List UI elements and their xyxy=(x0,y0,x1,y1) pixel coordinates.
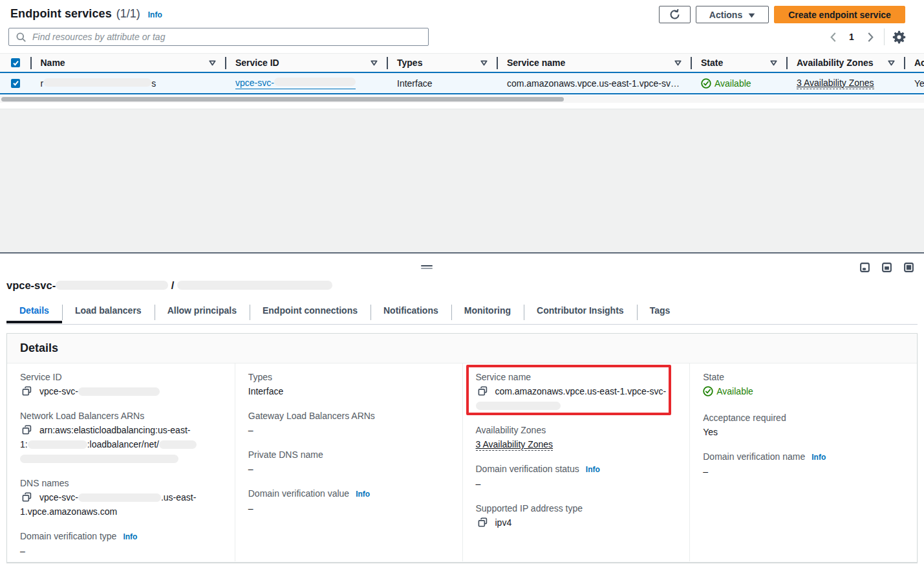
redacted-text xyxy=(78,493,161,502)
redacted-text xyxy=(56,281,168,290)
availability-zones-link[interactable]: 3 Availability Zones xyxy=(476,439,553,451)
state-label: Available xyxy=(716,384,753,398)
info-link[interactable]: Info xyxy=(356,487,370,501)
redacted-text xyxy=(159,440,197,449)
actions-button[interactable]: Actions xyxy=(696,6,769,23)
horizontal-scrollbar-thumb[interactable] xyxy=(1,97,564,102)
sort-icon[interactable] xyxy=(674,60,682,66)
content-background xyxy=(0,109,924,252)
current-page[interactable]: 1 xyxy=(841,32,862,42)
redacted-text xyxy=(43,78,151,87)
split-panel-drag-handle-icon[interactable] xyxy=(421,265,433,270)
tab-details[interactable]: Details xyxy=(6,300,62,324)
tab-load-balancers[interactable]: Load balancers xyxy=(62,300,155,324)
create-endpoint-service-button[interactable]: Create endpoint service xyxy=(774,6,905,23)
search-filter[interactable] xyxy=(8,28,429,46)
tab-contributor-insights[interactable]: Contributor Insights xyxy=(524,300,637,324)
column-header-name[interactable]: Name xyxy=(32,54,227,72)
availability-zones-link[interactable]: 3 Availability Zones xyxy=(797,78,874,89)
refresh-icon xyxy=(669,9,680,20)
value-text: 1: xyxy=(20,439,28,449)
previous-page-button[interactable] xyxy=(824,28,841,45)
tab-notifications[interactable]: Notifications xyxy=(371,300,451,324)
redacted-text xyxy=(177,281,332,290)
field-label: Types xyxy=(248,370,272,384)
detail-tabs: DetailsLoad balancersAllow principalsEnd… xyxy=(6,300,918,325)
tab-endpoint-connections[interactable]: Endpoint connections xyxy=(250,300,371,324)
sort-icon[interactable] xyxy=(209,60,216,66)
resource-counter: (1/1) xyxy=(116,7,140,21)
search-input[interactable] xyxy=(32,32,428,42)
details-column-2: TypesInterfaceGateway Load Balancers ARN… xyxy=(235,363,462,561)
field-label: Domain verification status xyxy=(476,462,579,476)
cell-name: r s xyxy=(32,73,227,93)
panel-title-separator: / xyxy=(171,279,175,291)
info-link[interactable]: Info xyxy=(811,450,826,464)
field-label: Service ID xyxy=(20,370,62,384)
value-text: Interface xyxy=(248,386,283,396)
field-label: Acceptance required xyxy=(703,411,786,425)
field-private-dns-name: Private DNS name– xyxy=(248,448,451,476)
next-page-button[interactable] xyxy=(862,28,879,45)
split-panel-title: vpce-svc- / xyxy=(6,279,332,292)
column-label: Types xyxy=(397,58,422,68)
preferences-gear-button[interactable] xyxy=(887,28,910,45)
sort-icon[interactable] xyxy=(888,60,895,66)
column-header-service-name[interactable]: Service name xyxy=(498,54,692,72)
field-domain-verification-value: Domain verification valueInfo– xyxy=(248,486,451,515)
copy-icon[interactable] xyxy=(22,386,32,396)
sort-icon[interactable] xyxy=(480,60,488,66)
table-header-row: Name Service ID Types xyxy=(0,53,924,72)
column-header-availability-zones[interactable]: Availability Zones xyxy=(788,54,905,72)
tab-tags[interactable]: Tags xyxy=(637,300,683,324)
copy-icon[interactable] xyxy=(22,425,32,435)
toolbar-divider xyxy=(884,28,885,45)
panel-size-half-icon[interactable] xyxy=(882,263,892,272)
field-label: Availability Zones xyxy=(476,423,546,437)
endpoint-service-row[interactable]: r s vpce-svc- Interface com.amazonaws.vp… xyxy=(0,72,924,94)
field-state: StateAvailable xyxy=(703,370,905,400)
copy-icon[interactable] xyxy=(478,386,488,396)
search-icon xyxy=(16,32,26,42)
tab-allow-principals[interactable]: Allow principals xyxy=(155,300,250,324)
field-supported-ip-address-type: Supported IP address typeipv4 xyxy=(476,501,678,530)
copy-icon[interactable] xyxy=(478,517,488,527)
field-label: Domain verification type xyxy=(20,529,116,543)
panel-size-small-icon[interactable] xyxy=(860,263,870,272)
field-label: Domain verification value xyxy=(248,486,349,501)
column-header-acceptance-required[interactable]: Acceptance required xyxy=(905,54,924,72)
service-id-link[interactable]: vpce-svc- xyxy=(235,78,356,89)
sort-icon[interactable] xyxy=(770,60,777,66)
field-service-name: Service namecom.amazonaws.vpce.us-east-1… xyxy=(476,370,678,413)
horizontal-scrollbar xyxy=(0,96,924,103)
endpoint-services-table: Name Service ID Types xyxy=(0,53,924,94)
column-header-service-id[interactable]: Service ID xyxy=(226,54,388,72)
page-title: Endpoint services xyxy=(10,7,112,21)
name-fragment: s xyxy=(151,78,156,89)
info-link[interactable]: Info xyxy=(123,530,137,544)
row-select-cell xyxy=(0,73,32,93)
select-all-checkbox[interactable] xyxy=(11,58,20,67)
create-button-label: Create endpoint service xyxy=(788,10,891,20)
value-text: Yes xyxy=(703,427,718,437)
column-header-types[interactable]: Types xyxy=(388,54,498,72)
value-text: :loadbalancer/net/ xyxy=(87,439,159,449)
info-link[interactable]: Info xyxy=(148,10,162,19)
column-label: Service name xyxy=(507,58,565,68)
column-header-state[interactable]: State xyxy=(692,54,788,72)
sort-icon[interactable] xyxy=(371,60,378,66)
value-text: arn:aws:elasticloadbalancing:us-east- xyxy=(39,425,190,435)
state-status: Available xyxy=(703,384,753,398)
cell-types: Interface xyxy=(388,73,498,93)
row-checkbox[interactable] xyxy=(11,79,20,88)
panel-title-fragment: vpce-svc- xyxy=(6,279,56,291)
page-header: Endpoint services (1/1) Info xyxy=(10,7,162,24)
copy-icon[interactable] xyxy=(22,492,32,502)
field-types: TypesInterface xyxy=(248,370,451,398)
details-card-title: Details xyxy=(20,341,58,355)
pagination: 1 xyxy=(824,28,910,46)
tab-monitoring[interactable]: Monitoring xyxy=(451,300,524,324)
info-link[interactable]: Info xyxy=(586,462,600,477)
refresh-button[interactable] xyxy=(659,6,691,23)
panel-size-full-icon[interactable] xyxy=(904,263,914,272)
